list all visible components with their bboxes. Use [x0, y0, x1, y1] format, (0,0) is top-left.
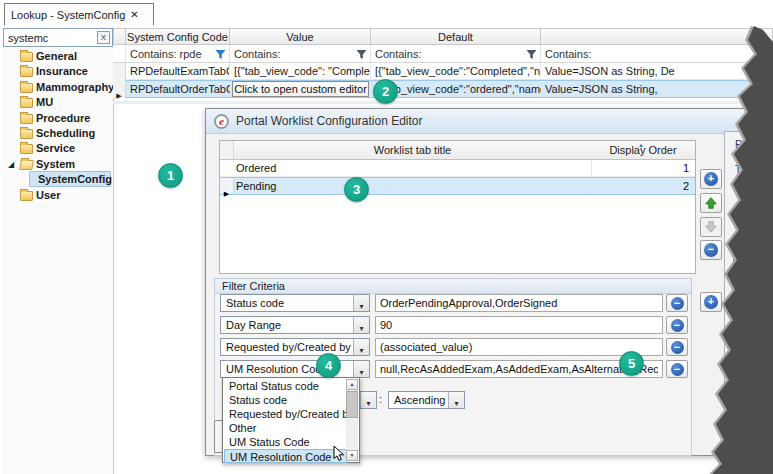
sort-order-combo[interactable]: Ascending ▾	[388, 391, 465, 409]
remove-icon: −	[671, 341, 684, 354]
column-worklist-tab-title[interactable]: Worklist tab title	[234, 141, 591, 156]
tree-item-systemconfig[interactable]: SystemConfig	[2, 172, 112, 187]
dropdown-option[interactable]: Other	[224, 421, 347, 435]
add-icon: +	[704, 172, 718, 186]
folder-icon	[20, 98, 33, 108]
sort-separator: :	[379, 393, 382, 405]
filter-criteria-label: Filter Criteria	[215, 279, 691, 294]
tree-item-user[interactable]: User	[2, 188, 112, 203]
scrollbar-thumb[interactable]	[346, 391, 358, 418]
row-indicator-cell: ▶	[220, 178, 234, 194]
chevron-down-icon[interactable]: ▾	[353, 361, 369, 377]
remove-icon: −	[671, 297, 684, 310]
filter-field-combo-1[interactable]: Status code ▾	[220, 294, 370, 312]
checkbox-checked[interactable]: ✓	[733, 252, 745, 264]
callout-badge-1: 1	[158, 163, 183, 188]
dropdown-option[interactable]: Status code	[224, 393, 347, 407]
tree-item-insurance[interactable]: Insurance	[2, 64, 112, 79]
properties-header: Proper	[735, 138, 768, 150]
worklist-tab-grid: Worklist tab title Display Order ▲ Order…	[219, 140, 696, 274]
cell-extra[interactable]: Value=JSON as String,	[541, 81, 773, 98]
chevron-down-icon[interactable]: ▾	[360, 392, 376, 408]
filter-field-combo-3[interactable]: Requested by/Created by ▾	[220, 338, 370, 356]
move-up-button[interactable]	[700, 193, 722, 213]
filter-cell-value[interactable]: Contains:	[230, 45, 371, 63]
move-down-button-disabled[interactable]	[700, 217, 722, 237]
chevron-down-icon[interactable]: ▾	[448, 392, 464, 408]
tree-item-mu[interactable]: MU	[2, 95, 112, 110]
cell-code[interactable]: RPDefaultOrderTabCriteria	[126, 81, 230, 98]
cell-value[interactable]: [{"tab_view_code": "Completed","name"...	[230, 63, 371, 80]
chevron-down-icon[interactable]: ▾	[353, 295, 369, 311]
callout-badge-5: 5	[619, 351, 644, 376]
remove-icon: −	[671, 319, 684, 332]
checkbox-checked[interactable]: ✓	[733, 343, 745, 355]
remove-filter-button-1[interactable]: −	[666, 294, 688, 312]
scroll-up-icon[interactable]: ▲	[346, 379, 358, 390]
grid-column-value[interactable]: Value	[230, 28, 371, 45]
remove-filter-button-4[interactable]: −	[666, 360, 688, 378]
row-indicator-cell: ▶	[113, 80, 126, 98]
remove-filter-button-2[interactable]: −	[666, 316, 688, 334]
filter-indicator-cell	[113, 45, 126, 63]
tree-item-service[interactable]: Service	[2, 141, 112, 156]
open-folder-icon	[19, 160, 34, 170]
filter-icon[interactable]	[526, 49, 537, 60]
filter-icon[interactable]	[356, 49, 367, 60]
search-clear-icon[interactable]: X	[97, 31, 110, 44]
dropdown-scrollbar[interactable]: ▲ ▼	[346, 379, 358, 461]
tab-lookup-systemconfig[interactable]: Lookup - SystemConfig ✕	[4, 3, 154, 26]
dialog-title-bar[interactable]: e Portal Worklist Configuration Editor	[206, 109, 772, 134]
tree-item-mammography[interactable]: Mammography	[2, 80, 112, 95]
tree-search-box: X	[3, 28, 113, 47]
filter-value-input-1[interactable]	[375, 294, 663, 312]
chevron-down-icon[interactable]: ▾	[353, 339, 369, 355]
tree-expander-icon[interactable]: ◢	[8, 160, 14, 169]
worklist-row-pending-selected[interactable]: ▶ Pending 2	[220, 177, 695, 195]
tab-close-icon[interactable]: ✕	[130, 9, 138, 20]
add-filter-button[interactable]: +	[700, 292, 722, 312]
filter-cell-code[interactable]: Contains: rpde	[126, 45, 230, 63]
remove-tab-button[interactable]: −	[700, 240, 722, 260]
dialog-title: Portal Worklist Configuration Editor	[236, 114, 423, 128]
scroll-down-icon[interactable]: ▼	[346, 450, 358, 461]
filter-field-combo-4[interactable]: UM Resolution Code ▾	[220, 360, 370, 378]
cell-extra[interactable]: Value=JSON as String, De	[541, 63, 773, 80]
tree-search-input[interactable]	[8, 30, 94, 45]
tree-item-general[interactable]: General	[2, 49, 112, 64]
worklist-row-ordered[interactable]: Ordered 1	[220, 160, 695, 177]
open-custom-editor-button[interactable]: Click to open custom editor	[232, 81, 369, 97]
grid-column-system-config-code[interactable]: System Config Code	[126, 28, 230, 45]
folder-icon	[20, 83, 33, 93]
remove-icon: −	[671, 363, 684, 376]
dropdown-option[interactable]: UM Status Code	[224, 435, 347, 449]
cell-default[interactable]: [{"tab_view_code":"Completed","name":"Co…	[371, 63, 541, 80]
filter-value-input-2[interactable]	[375, 316, 663, 334]
filter-cell-extra[interactable]: Contains:	[541, 45, 773, 63]
chevron-down-icon[interactable]: ▾	[353, 317, 369, 333]
grid-column-extra[interactable]	[541, 28, 773, 45]
filter-value-input-3[interactable]	[375, 338, 663, 356]
folder-icon	[20, 114, 33, 124]
filter-icon-active[interactable]	[215, 49, 226, 60]
callout-badge-3: 3	[344, 177, 369, 202]
tree-item-scheduling[interactable]: Scheduling	[2, 126, 112, 141]
tree-item-system[interactable]: ◢System	[2, 157, 112, 172]
dropdown-option[interactable]: Portal Status code	[224, 379, 347, 393]
grid-column-default[interactable]: Default	[371, 28, 541, 45]
filter-cell-default[interactable]: Contains:	[371, 45, 541, 63]
mouse-cursor	[333, 446, 345, 463]
remove-filter-button-3[interactable]: −	[666, 338, 688, 356]
grid-divider	[113, 101, 773, 104]
add-tab-button[interactable]: +	[700, 169, 722, 189]
grid-indicator-header	[113, 28, 126, 45]
dropdown-option[interactable]: Requested by/Created by	[224, 407, 347, 421]
gray-down-arrow-icon	[704, 220, 718, 234]
add-icon: +	[704, 295, 718, 309]
callout-badge-2: 2	[373, 79, 398, 104]
dropdown-option-highlighted[interactable]: UM Resolution Code	[224, 449, 347, 463]
cell-code[interactable]: RPDefaultExamTabCriteria	[126, 63, 230, 80]
tree-item-procedure[interactable]: Procedure	[2, 111, 112, 126]
filter-field-combo-2[interactable]: Day Range ▾	[220, 316, 370, 334]
row-indicator-cell	[113, 63, 126, 80]
